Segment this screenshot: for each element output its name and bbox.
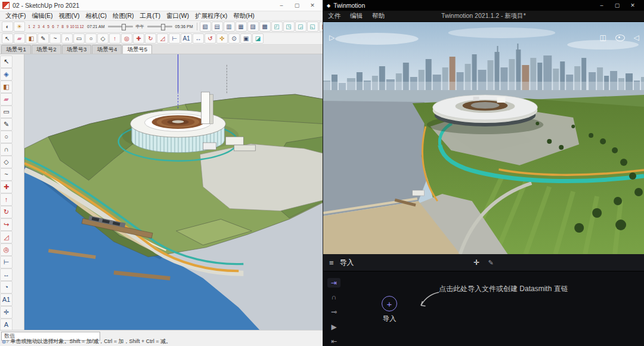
scale-tool-icon[interactable]: ◿ [0,231,13,243]
pen-tool-icon[interactable]: ✎ [488,259,493,267]
pan-tool-icon[interactable]: ✜ [216,33,228,44]
geolocation-icon[interactable]: ◍ [2,339,6,344]
left-view-icon[interactable]: ▩ [259,21,271,32]
text-tool-icon[interactable]: A1 [181,33,192,44]
freehand-tool-icon[interactable]: ~ [49,33,61,44]
axes-tool-icon[interactable]: ✛ [0,306,13,319]
paint-bucket-icon[interactable]: ◧ [26,33,37,44]
export-icon[interactable]: ⇤ [327,336,340,346]
su-menu-item-8[interactable]: 帮助(H) [230,12,258,20]
shadow-dialog-icon[interactable]: ◐ [2,21,13,32]
iso-view-icon[interactable]: ▧ [200,21,211,32]
tape-measure-icon[interactable]: ⊢ [0,256,13,268]
su-menu-item-3[interactable]: 相机(C) [82,12,110,20]
offset-tool-icon[interactable]: ◎ [121,33,132,44]
twinmotion-titlebar[interactable]: ◆ Twinmotion –▢✕ [323,0,644,11]
collapse-panel-icon[interactable]: ◁ [634,34,639,41]
pushpull-tool-icon[interactable]: ↑ [0,193,13,206]
polygon-tool-icon[interactable]: ◇ [0,156,13,168]
make-component-icon[interactable]: ◈ [0,68,13,81]
shadow-time-slider[interactable] [147,26,172,27]
tm-menu-item-0[interactable]: 文件 [323,12,345,20]
eraser-tool-icon[interactable]: ▰ [14,33,25,44]
line-tool-icon[interactable]: ✎ [38,33,49,44]
slider-thumb[interactable] [122,24,126,30]
slider-thumb[interactable] [161,24,165,30]
zoom-extents-icon[interactable]: ▣ [240,33,252,44]
front-view-icon[interactable]: ▥ [224,21,235,32]
sketchup-titlebar[interactable]: 02 - SketchUp Pro 2021 –▢✕ [0,0,323,11]
zoom-tool-icon[interactable]: ⊙ [228,33,240,44]
su-menu-item-2[interactable]: 视图(V) [55,12,82,20]
circle-tool-icon[interactable]: ○ [0,131,13,143]
select-tool-icon[interactable]: ↖ [2,33,13,44]
media-icon[interactable]: ▶ [327,322,340,332]
dimension-tool-icon[interactable]: ↔ [0,268,13,281]
top-view-icon[interactable]: ▤ [212,21,223,32]
status-help-icon[interactable]: ? [6,339,8,344]
tm-menu-item-1[interactable]: 编辑 [345,12,367,20]
follow-me-tool-icon[interactable]: ↪ [0,218,13,231]
shadow-toggle-icon[interactable]: ☀ [14,21,25,32]
camera-views-icon[interactable]: ◫ [599,34,606,41]
polygon-tool-icon[interactable]: ◇ [97,33,109,44]
sketchup-viewport[interactable] [24,54,323,330]
move-tool-icon[interactable]: ✚ [133,33,144,44]
section-outlines-icon[interactable]: ◱ [307,21,318,32]
shadow-month-strip[interactable]: 123456789101112 [27,24,84,29]
scale-tool-icon[interactable]: ◿ [157,33,168,44]
circle-tool-icon[interactable]: ○ [85,33,97,44]
back-view-icon[interactable]: ▨ [247,21,259,32]
path-icon[interactable]: ⊸ [327,307,340,317]
su-menu-item-5[interactable]: 工具(T) [137,12,163,20]
rotate-tool-icon[interactable]: ↻ [0,206,13,218]
menu-hamburger-icon[interactable]: ≡ [329,258,334,267]
tm-minimize-button[interactable]: – [594,2,609,8]
rotate-tool-icon[interactable]: ↻ [145,33,156,44]
play-button[interactable]: ▷ [329,34,335,41]
tm-maximize-button[interactable]: ▢ [609,2,625,8]
section-fill-icon[interactable]: ◲ [295,21,306,32]
scene-tab-2[interactable]: 场景号2 [32,45,61,54]
tm-menu-item-2[interactable]: 帮助 [367,12,389,20]
rectangle-tool-icon[interactable]: ▭ [73,33,85,44]
arc-tool-icon[interactable]: ∩ [0,143,13,156]
line-tool-icon[interactable]: ✎ [0,118,13,131]
arc-tool-icon[interactable]: ∩ [61,33,73,44]
rectangle-tool-icon[interactable]: ▭ [0,106,13,118]
tape-measure-icon[interactable]: ⊢ [169,33,180,44]
scene-tab-3[interactable]: 场景号3 [62,45,92,54]
geometry-icon[interactable]: ∩ [327,293,340,302]
move-tool-icon[interactable]: ✚ [0,181,13,193]
offset-tool-icon[interactable]: ◎ [0,243,13,256]
su-menu-item-4[interactable]: 绘图(R) [110,12,137,20]
move-gizmo-icon[interactable]: ✛ [473,258,479,267]
protractor-tool-icon[interactable]: ◔ [0,281,13,294]
su-menu-item-6[interactable]: 窗口(W) [163,12,192,20]
import-plus-button[interactable]: + [382,296,397,311]
text-tool-icon[interactable]: A1 [0,294,13,306]
freehand-tool-icon[interactable]: ~ [0,168,13,181]
import-files-icon[interactable]: ⇥ [327,278,340,288]
tm-close-button[interactable]: ✕ [625,2,640,8]
eraser-tool-icon[interactable]: ▰ [0,93,13,106]
section-cuts-icon[interactable]: ◳ [283,21,295,32]
pushpull-tool-icon[interactable]: ↑ [109,33,120,44]
scene-tab-1[interactable]: 场景号1 [1,45,31,54]
shadow-date-slider[interactable] [108,26,133,27]
su-minimize-button[interactable]: – [274,2,289,8]
eye-visibility-icon[interactable] [615,35,625,41]
su-close-button[interactable]: ✕ [305,2,320,8]
dimension-tool-icon[interactable]: ↔ [193,33,204,44]
orbit-tool-icon[interactable]: ↺ [205,33,216,44]
scene-tab-4[interactable]: 场景号4 [92,45,122,54]
section-plane-icon[interactable]: ◰ [271,21,283,32]
su-maximize-button[interactable]: ▢ [289,2,305,8]
twinmotion-viewport[interactable]: ▷ ◫ ◁ [323,22,644,254]
select-tool-icon[interactable]: ↖ [0,55,13,68]
section-plane-tool-icon[interactable]: ◪ [252,33,264,44]
3d-text-tool-icon[interactable]: A [0,319,13,331]
paint-bucket-icon[interactable]: ◧ [0,81,13,93]
import-button-label[interactable]: 导入 [374,314,404,323]
right-view-icon[interactable]: ▦ [236,21,247,32]
